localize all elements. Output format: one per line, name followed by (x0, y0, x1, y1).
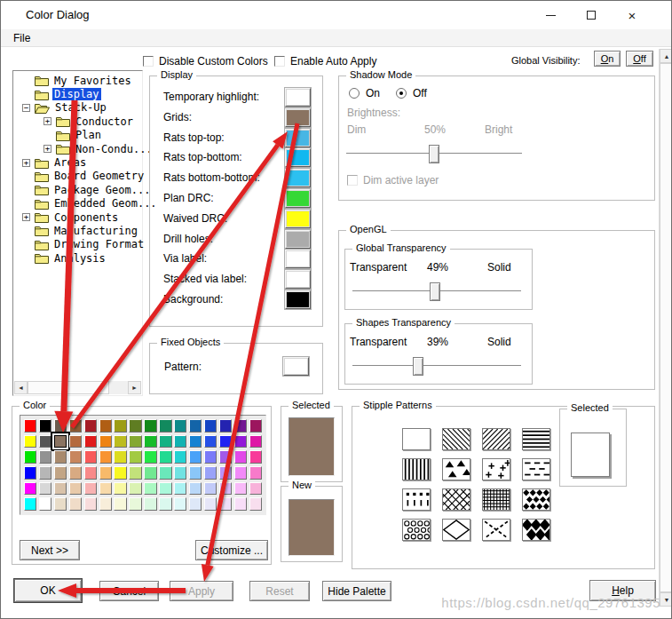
color-swatch-via-label[interactable] (285, 250, 311, 268)
palette-cell-r1-c5[interactable] (99, 435, 112, 448)
tree-item-stack-up[interactable]: −Stack-Up (15, 101, 140, 115)
color-swatch-waived-drc[interactable] (285, 210, 311, 228)
palette-cell-r2-c10[interactable] (174, 450, 186, 464)
palette-cell-r2-c12[interactable] (204, 450, 217, 464)
menu-item-file[interactable]: File (8, 31, 36, 45)
stipple-pattern-diagonal-back-lines[interactable] (442, 428, 470, 450)
stipple-pattern-circles[interactable] (402, 519, 431, 541)
pattern-swatch[interactable] (283, 357, 309, 376)
enable-auto-apply-checkbox[interactable] (274, 56, 285, 67)
cancel-button[interactable]: Cancel (99, 581, 159, 601)
palette-cell-r4-c8[interactable] (144, 482, 156, 496)
palette-cell-r4-c3[interactable] (69, 482, 82, 496)
palette-cell-r1-c7[interactable] (129, 435, 141, 448)
palette-cell-r1-c3[interactable] (69, 435, 82, 448)
palette-cell-r4-c14[interactable] (234, 482, 247, 496)
palette-cell-r1-c13[interactable] (219, 435, 232, 448)
palette-cell-r4-c7[interactable] (129, 482, 141, 496)
palette-cell-r5-c10[interactable] (174, 497, 186, 511)
customize-button[interactable]: Customize ... (195, 540, 268, 560)
palette-cell-r1-c12[interactable] (204, 435, 217, 448)
help-button[interactable]: Help (589, 580, 656, 601)
palette-cell-r2-c5[interactable] (99, 450, 112, 464)
color-swatch-rats-bottom-bottom[interactable] (285, 169, 311, 187)
palette-cell-r3-c10[interactable] (174, 466, 186, 480)
palette-cell-r0-c11[interactable] (189, 419, 202, 433)
scroll-right-icon[interactable]: ► (128, 381, 141, 394)
palette-cell-r5-c4[interactable] (84, 497, 97, 511)
palette-cell-r2-c9[interactable] (159, 450, 171, 464)
stipple-pattern-triangles[interactable] (442, 458, 470, 480)
palette-cell-r5-c5[interactable] (99, 497, 112, 511)
palette-cell-r3-c4[interactable] (84, 466, 97, 480)
tree-item-plan[interactable]: Plan (15, 129, 140, 142)
tree-minus-icon[interactable]: − (22, 104, 30, 112)
shadow-off-radio[interactable] (396, 88, 407, 99)
palette-cell-r5-c9[interactable] (159, 497, 171, 511)
palette-cell-r5-c1[interactable] (39, 497, 51, 511)
color-swatch-plan-drc[interactable] (285, 189, 311, 208)
tree-item-my-favorites[interactable]: My Favorites (15, 74, 140, 87)
tree-item-label[interactable]: Board Geometry (52, 170, 146, 182)
brightness-slider-thumb[interactable] (429, 145, 439, 163)
palette-cell-r0-c1[interactable] (39, 419, 51, 433)
palette-cell-r1-c1[interactable] (39, 435, 51, 448)
stipple-pattern-solid-diamonds[interactable] (522, 519, 550, 541)
palette-cell-r2-c2[interactable] (54, 450, 67, 464)
palette-cell-r4-c6[interactable] (114, 482, 126, 496)
palette-cell-r4-c1[interactable] (39, 482, 51, 496)
palette-cell-r0-c3[interactable] (69, 419, 82, 433)
tree-item-label[interactable]: Conductor (74, 115, 135, 128)
palette-cell-r2-c13[interactable] (219, 450, 232, 464)
palette-cell-r4-c11[interactable] (189, 482, 202, 496)
dim-active-layer-checkbox[interactable] (347, 175, 358, 186)
palette-cell-r4-c9[interactable] (159, 482, 171, 496)
palette-cell-r5-c15[interactable] (249, 497, 262, 511)
palette-cell-r2-c4[interactable] (84, 450, 97, 464)
palette-cell-r0-c2[interactable] (54, 419, 67, 433)
global-transparency-thumb[interactable] (430, 282, 440, 301)
palette-cell-r2-c11[interactable] (189, 450, 202, 464)
tree-item-components[interactable]: +Components (15, 210, 140, 224)
tree-item-label[interactable]: Embedded Geom... (52, 197, 159, 210)
next-button[interactable]: Next >> (20, 540, 80, 560)
palette-cell-r2-c8[interactable] (144, 450, 156, 464)
tree-item-non-condu[interactable]: +Non-Condu... (15, 142, 140, 155)
global-transparency-slider[interactable] (352, 290, 521, 293)
tree-item-label[interactable]: My Favorites (52, 75, 133, 87)
hide-palette-button[interactable]: Hide Palette (322, 581, 391, 601)
tree-item-label[interactable]: Plan (74, 129, 103, 141)
tree-item-analysis[interactable]: Analysis (15, 251, 140, 265)
palette-cell-r5-c0[interactable] (24, 497, 36, 511)
tree-item-areas[interactable]: +Areas (15, 155, 140, 169)
tree-plus-icon[interactable]: + (43, 117, 51, 125)
color-swatch-rats-top-top[interactable] (285, 129, 311, 147)
color-swatch-rats-top-bottom[interactable] (285, 148, 311, 167)
scroll-up-icon[interactable]: ▲ (660, 49, 672, 63)
palette-cell-r1-c0[interactable] (24, 435, 36, 448)
stipple-pattern-plus-signs[interactable] (482, 458, 510, 480)
palette-cell-r3-c14[interactable] (234, 466, 247, 480)
color-swatch-background[interactable] (285, 290, 311, 309)
tree-item-drawing-format[interactable]: Drawing Format (15, 238, 140, 251)
palette-cell-r0-c10[interactable] (174, 419, 186, 433)
palette-cell-r3-c0[interactable] (24, 466, 36, 480)
tree-item-board-geometry[interactable]: Board Geometry (15, 170, 140, 183)
palette-cell-r3-c15[interactable] (249, 466, 262, 480)
palette-cell-r5-c2[interactable] (54, 497, 67, 511)
palette-cell-r0-c0[interactable] (24, 419, 36, 433)
palette-cell-r5-c14[interactable] (234, 497, 247, 511)
tree-item-label[interactable]: Stack-Up (53, 101, 108, 114)
color-swatch-temporary-highlight[interactable] (285, 88, 311, 107)
palette-cell-r0-c12[interactable] (204, 419, 217, 433)
palette-cell-r3-c1[interactable] (39, 466, 51, 480)
tree-item-conductor[interactable]: +Conductor (15, 115, 140, 128)
stipple-pattern-vertical-lines[interactable] (402, 458, 431, 480)
palette-cell-r4-c0[interactable] (24, 482, 36, 496)
palette-cell-r1-c11[interactable] (189, 435, 202, 448)
tree-item-label[interactable]: Display (52, 88, 101, 100)
palette-cell-r0-c7[interactable] (129, 419, 141, 433)
palette-cell-r2-c14[interactable] (234, 450, 247, 464)
palette-cell-r1-c9[interactable] (159, 435, 171, 448)
palette-cell-r2-c6[interactable] (114, 450, 126, 464)
